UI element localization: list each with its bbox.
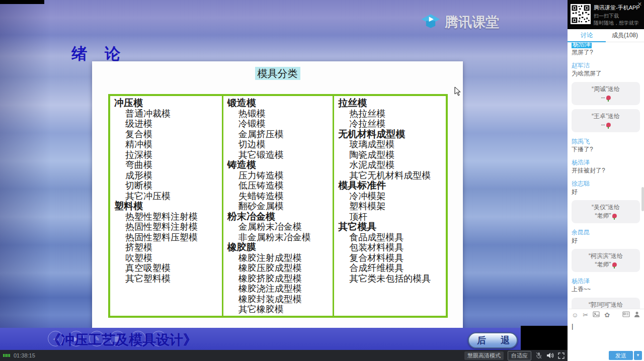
tab-members[interactable]: 成员(108) — [606, 29, 644, 42]
back-button[interactable]: 后 退 — [468, 332, 518, 348]
mold-type-item: 陶瓷成型模 — [338, 150, 443, 160]
mold-type-item: 级进模 — [114, 119, 219, 129]
mold-type-item: 精冲模 — [114, 139, 219, 150]
chat-scrollbar[interactable] — [641, 187, 644, 211]
chat-username[interactable]: 陈禹飞 — [572, 137, 590, 145]
video-area: 绪 论 腾讯课堂 模具分类 冲压模普通冲裁模级进模复合模精冲模拉深模弯曲模成形模… — [0, 0, 568, 350]
microphone-muted-icon[interactable] — [535, 352, 542, 359]
mold-type-item: 包装材料模具 — [338, 242, 443, 253]
rose-icon — [606, 96, 611, 100]
speaker-volume-icon[interactable] — [546, 352, 554, 359]
mold-category-header: 无机材料成型模 — [338, 129, 443, 140]
mold-type-item: 其它冲压模 — [114, 191, 219, 202]
mold-type-item: 拉深模 — [114, 150, 219, 160]
mold-type-item: 热固性塑料注射模 — [114, 222, 219, 232]
mold-type-item: 橡胶挤胶成型模 — [227, 274, 330, 284]
mold-classification-table: 冲压模普通冲裁模级进模复合模精冲模拉深模弯曲模成形模切断模其它冲压模塑料模热塑性… — [108, 94, 448, 318]
mold-type-item: 复合模 — [114, 129, 219, 140]
flower-gift-icon[interactable]: ✿ — [604, 311, 610, 319]
chat-username[interactable]: 赵军洁 — [572, 61, 590, 69]
chat-message: 杨浩泽黑屏了? — [572, 43, 640, 57]
chat-message: 杨浩泽开挂被封了? — [572, 157, 640, 175]
sidebar-header: 腾讯课堂-手机APP 扫一扫下载 随时随地，想学就学 ✕ — [568, 0, 644, 29]
gift-card: “吴仪”送给“老师” — [572, 200, 640, 223]
mold-type-item: 成形模 — [114, 170, 219, 181]
image-icon[interactable] — [593, 311, 600, 319]
mold-type-item: 食品成型模具 — [338, 232, 443, 243]
mold-type-item: 顶杆 — [338, 212, 443, 222]
mold-category-header: 橡胶膜 — [227, 242, 330, 253]
gift-from: “吴仪”送给 — [573, 203, 639, 212]
chat-message-list: 杨浩泽黑屏了?赵军洁为啥黑屏了“周诚”送给--“王卓”送给--陈禹飞下播了?杨浩… — [568, 43, 644, 309]
mold-type-item: 真空吸塑模 — [114, 263, 219, 274]
mold-type-item: 橡胶封装成型模 — [227, 294, 330, 305]
fullscreen-icon[interactable] — [558, 352, 565, 359]
watermark-brand-label: 腾讯课堂 — [445, 13, 499, 31]
mold-type-item: 水泥成型模 — [338, 160, 443, 170]
mold-type-item: 复合材料模具 — [338, 253, 443, 263]
profile-person-icon[interactable] — [634, 311, 640, 319]
mold-type-item: 玻璃成型模 — [338, 139, 443, 150]
member-card-icon[interactable] — [622, 311, 630, 319]
rose-icon — [606, 123, 611, 127]
mold-type-item: 热塑性塑料注射模 — [114, 212, 219, 222]
chat-text: 上香~~ — [572, 285, 640, 294]
gift-to: “老师” — [573, 212, 639, 220]
chat-text: 好 — [572, 236, 640, 245]
gift-card: “郭珂珂”送给-- — [572, 298, 640, 309]
send-button[interactable]: 发送 — [609, 351, 633, 360]
mold-type-item: 其它锻造模 — [227, 150, 330, 160]
chat-username[interactable]: 余昆昆 — [572, 228, 590, 236]
mold-type-item: 切边模 — [227, 139, 330, 150]
mold-type-item: 橡胶浇注成型模 — [227, 284, 330, 294]
watermark-brand: 腾讯课堂 — [421, 13, 499, 31]
mold-category-header: 锻造模 — [227, 98, 330, 109]
mold-type-item: 非金属粉末冶金模 — [227, 232, 330, 243]
mold-type-item: 冷锻模 — [227, 119, 330, 129]
tencent-classroom-logo-icon — [421, 14, 441, 31]
chat-toolbar: ☺ ✂ ✿ — [568, 309, 644, 321]
mold-table-column-2: 锻造模热锻模冷锻模金属挤压模切边模其它锻造模铸造模压力铸造模低压铸造模失蜡铸造模… — [222, 96, 333, 316]
mold-type-item: 金属挤压模 — [227, 129, 330, 140]
scan-hint: 扫一扫下载 — [594, 13, 619, 20]
mold-type-item: 热锻模 — [227, 109, 330, 119]
send-options-caret-icon[interactable]: ▼ — [634, 351, 642, 360]
rose-icon — [612, 214, 617, 218]
mold-type-item: 挤塑模 — [114, 242, 219, 253]
app-slogan: 随时随地，想学就学 — [594, 20, 639, 27]
gift-to: -- — [573, 121, 639, 129]
chat-message: 陈禹飞下播了? — [572, 136, 640, 154]
gift-to: -- — [573, 94, 639, 102]
screenshot-scissors-icon[interactable]: ✂ — [583, 311, 588, 319]
tab-discussion[interactable]: 讨论 — [568, 29, 606, 42]
qr-code — [571, 4, 591, 24]
mold-type-item: 弯曲模 — [114, 160, 219, 170]
chat-message: 余昆昆好 — [572, 227, 640, 245]
chat-text: 好 — [572, 188, 640, 196]
text-cursor: | — [572, 322, 573, 330]
course-book-title: 《冲压工艺及模具设计》 — [47, 331, 197, 349]
letterbox-strip — [0, 0, 44, 4]
gift-card: “王卓”送给-- — [572, 109, 640, 132]
chat-username[interactable]: 杨浩泽 — [572, 43, 592, 48]
mold-type-item: 橡胶注射成型模 — [227, 253, 330, 263]
quality-mode-badge[interactable]: 慧眼高清模式 — [464, 351, 504, 360]
emoji-icon[interactable]: ☺ — [572, 311, 578, 319]
mold-category-header: 塑料模 — [114, 201, 219, 212]
close-icon[interactable]: ✕ — [637, 1, 642, 8]
mold-table-column-1: 冲压模普通冲裁模级进模复合模精冲模拉深模弯曲模成形模切断模其它冲压模塑料模热塑性… — [110, 96, 222, 316]
chat-input[interactable]: | — [568, 321, 644, 349]
mold-type-item: 失蜡铸造模 — [227, 191, 330, 202]
adaptive-quality-badge[interactable]: 自适应 — [508, 351, 531, 360]
rose-icon — [612, 262, 617, 267]
chat-username[interactable]: 徐志聪 — [572, 179, 590, 188]
chat-message: 杨浩泽上香~~ — [572, 276, 640, 294]
chat-username[interactable]: 杨浩泽 — [572, 277, 590, 285]
send-row: 发送 ▼ — [568, 349, 644, 361]
chat-message: 徐志聪好 — [572, 178, 640, 196]
gift-from: “柯滨滨”送给 — [573, 252, 639, 260]
mold-type-item: 其它类未包括的模具 — [338, 274, 443, 284]
network-signal-icon — [3, 354, 10, 357]
chat-text: 为啥黑屏了 — [572, 69, 640, 78]
chat-username[interactable]: 杨浩泽 — [572, 158, 590, 166]
